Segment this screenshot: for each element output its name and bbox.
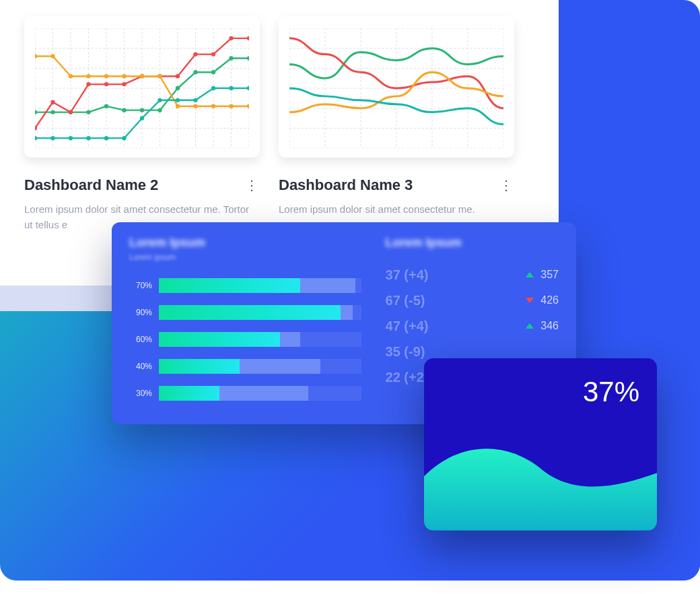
stat-main-value: 22 (+2): [386, 370, 429, 385]
dashboard-card-2[interactable]: Dashboard Name 2 ⋮ Lorem ipsum dolor sit…: [24, 16, 260, 232]
card-header: Dashboard Name 3 ⋮: [279, 176, 514, 194]
svg-point-46: [35, 54, 37, 58]
stat-main-value: 35 (-9): [386, 344, 425, 360]
svg-point-70: [229, 86, 233, 90]
svg-point-50: [104, 74, 108, 78]
svg-point-37: [104, 82, 108, 86]
dashboard-card-2-chart: [24, 16, 260, 158]
svg-point-58: [247, 104, 249, 108]
svg-point-47: [50, 54, 55, 58]
svg-point-27: [158, 108, 162, 112]
svg-point-69: [211, 86, 215, 90]
bar-track: [159, 359, 361, 374]
bar-track: [159, 278, 361, 293]
stat-main-value: 47 (+4): [386, 319, 429, 334]
bar-row: 60%: [129, 331, 361, 348]
stat-secondary-value: 346: [540, 320, 559, 332]
dashboard-card-3[interactable]: Dashboard Name 3 ⋮ Lorem ipsum dolor sit…: [279, 16, 514, 232]
svg-point-53: [158, 74, 162, 78]
trend-down-icon: [526, 298, 534, 303]
stat-trend: 346: [510, 320, 559, 332]
svg-point-60: [50, 136, 55, 140]
more-menu-icon[interactable]: ⋮: [244, 178, 260, 192]
bar-row: 90%: [129, 304, 361, 321]
wave-percent-widget[interactable]: 37%: [424, 358, 657, 531]
stat-row: 37 (+4)357: [386, 262, 559, 288]
stat-row: 47 (+4)346: [386, 313, 559, 339]
stat-row: 67 (-5)426: [386, 288, 559, 313]
card-header: Dashboard Name 2 ⋮: [24, 176, 260, 194]
bar-label: 40%: [129, 362, 159, 371]
svg-point-20: [35, 110, 37, 114]
svg-point-51: [122, 74, 126, 78]
svg-point-57: [229, 104, 233, 108]
trend-up-icon: [526, 323, 534, 329]
stat-secondary-value: 426: [540, 294, 559, 306]
svg-point-42: [193, 52, 197, 56]
svg-point-25: [122, 108, 126, 112]
svg-point-44: [229, 36, 233, 40]
bar-chart-section: Lorem Ipsum Lorem ipsum 70%90%60%40%30%: [129, 236, 361, 411]
svg-point-31: [229, 56, 233, 60]
svg-point-67: [176, 98, 180, 102]
svg-point-59: [35, 136, 37, 140]
stat-main-value: 67 (-5): [386, 293, 425, 308]
bar-track: [159, 332, 361, 347]
trend-up-icon: [526, 272, 534, 277]
bar-row: 40%: [129, 358, 361, 375]
stat-main-value: 37 (+4): [386, 267, 429, 283]
svg-point-43: [211, 52, 215, 56]
svg-point-29: [193, 70, 197, 74]
bar-chart: 70%90%60%40%30%: [129, 277, 361, 402]
bar-label: 30%: [129, 389, 159, 398]
bar-label: 60%: [129, 335, 159, 344]
stat-trend: 357: [510, 269, 559, 281]
bar-row: 30%: [129, 385, 361, 402]
svg-point-21: [50, 110, 55, 114]
cards-row: Dashboard Name 2 ⋮ Lorem ipsum dolor sit…: [24, 16, 542, 232]
card-title: Dashboard Name 2: [24, 176, 158, 194]
svg-point-64: [122, 136, 126, 140]
svg-point-28: [176, 86, 180, 90]
svg-point-52: [140, 74, 144, 78]
svg-point-54: [176, 104, 180, 108]
svg-point-35: [69, 110, 73, 114]
bar-track: [159, 305, 361, 320]
svg-point-62: [86, 136, 90, 140]
svg-point-66: [158, 98, 162, 102]
wave-percent-value: 37%: [583, 376, 639, 408]
svg-point-26: [140, 108, 144, 112]
svg-point-38: [122, 82, 126, 86]
svg-point-36: [86, 82, 90, 86]
svg-point-49: [86, 74, 90, 78]
card-description: Lorem ipsum dolor sit amet consectetur m…: [279, 202, 514, 218]
card-title: Dashboard Name 3: [279, 176, 413, 194]
svg-point-68: [193, 98, 197, 102]
svg-point-55: [193, 104, 197, 108]
dashboard-card-3-chart: [279, 16, 514, 158]
wave-area-icon: [424, 436, 657, 531]
svg-point-45: [247, 36, 249, 40]
svg-point-48: [69, 74, 73, 78]
bar-chart-subtitle: Lorem ipsum: [129, 253, 361, 262]
more-menu-icon[interactable]: ⋮: [498, 178, 514, 192]
svg-point-63: [104, 136, 108, 140]
svg-point-23: [86, 110, 90, 114]
svg-point-30: [211, 70, 215, 74]
bar-row: 70%: [129, 277, 361, 294]
svg-point-24: [104, 104, 108, 108]
svg-point-56: [211, 104, 215, 108]
svg-point-71: [247, 86, 249, 90]
stat-secondary-value: 357: [540, 269, 559, 281]
bar-label: 90%: [129, 308, 159, 317]
svg-point-32: [247, 56, 249, 60]
svg-point-34: [50, 100, 55, 104]
bar-track: [159, 386, 361, 401]
svg-point-61: [69, 136, 73, 140]
bar-chart-title: Lorem Ipsum: [129, 236, 361, 250]
stat-trend: 426: [510, 294, 559, 306]
stats-title: Lorem Ipsum: [386, 236, 559, 250]
svg-point-65: [140, 116, 144, 120]
bar-label: 70%: [129, 281, 159, 290]
svg-point-41: [176, 74, 180, 78]
